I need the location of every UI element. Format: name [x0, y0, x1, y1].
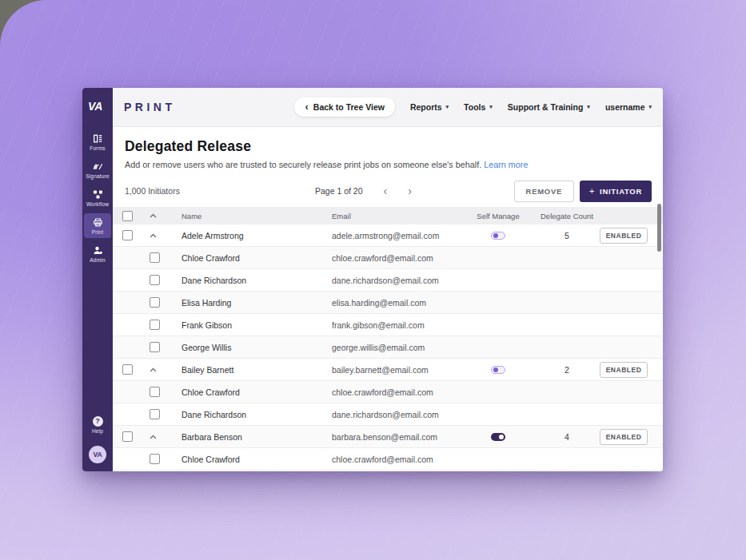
next-page-button[interactable]: ›: [405, 185, 415, 197]
sidebar-item-admin[interactable]: Admin: [84, 241, 111, 266]
main-area: PRINT ‹ Back to Tree View Reports▾Tools▾…: [113, 88, 663, 471]
help-icon: ?: [93, 416, 103, 427]
row-email: adele.armstrong@email.com: [332, 231, 439, 240]
sidebar-item-print[interactable]: Print: [84, 213, 111, 238]
row-checkbox[interactable]: [150, 252, 160, 263]
table-row: Chloe Crawfordchloe.crawford@email.com: [113, 247, 663, 269]
table-row: Bailey Barnettbailey.barnett@email.com2E…: [113, 359, 663, 381]
back-to-tree-view-button[interactable]: ‹ Back to Tree View: [294, 97, 394, 117]
table-row: Frank Gibsonfrank.gibson@email.com: [113, 314, 663, 336]
row-checkbox[interactable]: [150, 275, 160, 285]
toggle-knob: [493, 233, 498, 238]
column-header-delegate-count: Delegate Count: [530, 212, 604, 220]
row-email: george.willis@email.com: [332, 343, 425, 352]
va-logo: VA: [82, 88, 113, 125]
scrollbar-thumb[interactable]: [657, 204, 661, 252]
collapse-row-button[interactable]: [150, 435, 157, 439]
chevron-up-icon: [150, 367, 157, 372]
status-button[interactable]: ENABLED: [600, 362, 648, 378]
menu-username[interactable]: username▾: [605, 102, 652, 112]
caret-down-icon: ▾: [489, 104, 493, 110]
sidebar-item-forms[interactable]: Forms: [84, 129, 111, 154]
row-name: Chloe Crawford: [182, 253, 240, 263]
row-checkbox[interactable]: [150, 387, 160, 397]
previous-page-button[interactable]: ‹: [381, 185, 391, 197]
collapse-all-button[interactable]: [150, 213, 157, 218]
row-checkbox[interactable]: [122, 230, 133, 240]
menu-tools[interactable]: Tools▾: [464, 102, 493, 112]
sidebar-item-signature[interactable]: Signature: [84, 157, 111, 182]
row-checkbox[interactable]: [150, 297, 160, 308]
admin-icon: [84, 245, 111, 256]
row-checkbox[interactable]: [150, 320, 160, 330]
delegate-count: 5: [564, 231, 569, 240]
row-checkbox[interactable]: [150, 454, 160, 464]
self-manage-toggle[interactable]: [491, 433, 505, 441]
forms-icon: [84, 133, 111, 144]
toolbar: 1,000 Initiators Page 1 of 20 ‹ › REMOVE…: [125, 181, 652, 201]
row-checkbox[interactable]: [150, 342, 160, 352]
toolbar-actions: REMOVE + INITIATOR: [514, 181, 652, 202]
app-window: VA FormsSignatureWorkflowPrintAdmin ? He…: [82, 88, 663, 471]
table-row: Dane Richardsondane.richardson@email.com: [113, 269, 663, 292]
caret-down-icon: ▾: [587, 104, 590, 110]
select-all-checkbox[interactable]: [122, 211, 133, 221]
page-title: Delegated Release: [125, 138, 651, 155]
page-content: Delegated Release Add or remove users wh…: [113, 127, 663, 471]
row-email: barbara.benson@email.com: [332, 432, 437, 442]
add-initiator-button[interactable]: + INITIATOR: [580, 181, 652, 202]
row-email: dane.richardson@email.com: [332, 410, 439, 419]
sidebar-item-label: Workflow: [84, 201, 111, 207]
signature-icon: [84, 161, 111, 172]
initiator-count: 1,000 Initiators: [125, 186, 180, 196]
row-name: Dane Richardson: [182, 276, 246, 285]
self-manage-toggle[interactable]: [491, 232, 505, 240]
chevron-left-icon: ‹: [305, 104, 308, 110]
table-row: Dane Richardsondane.richardson@email.com: [113, 471, 663, 471]
top-bar: PRINT ‹ Back to Tree View Reports▾Tools▾…: [113, 88, 663, 127]
status-button[interactable]: ENABLED: [600, 228, 648, 244]
chevron-up-icon: [150, 233, 157, 238]
row-name: Chloe Crawford: [182, 387, 240, 397]
sidebar-item-workflow[interactable]: Workflow: [84, 185, 111, 210]
row-email: bailey.barnett@email.com: [332, 365, 429, 375]
column-header-self-manage: Self Manage: [466, 212, 530, 220]
row-email: chloe.crawford@email.com: [332, 387, 433, 397]
table-header: Name Email Self Manage Delegate Count: [113, 207, 663, 224]
status-button[interactable]: ENABLED: [600, 429, 648, 445]
add-button-label: INITIATOR: [600, 187, 642, 196]
menu-label: Reports: [410, 102, 442, 112]
menu-label: Tools: [464, 102, 485, 112]
self-manage-toggle[interactable]: [491, 366, 505, 374]
remove-button[interactable]: REMOVE: [514, 181, 574, 202]
sidebar-nav: FormsSignatureWorkflowPrintAdmin: [82, 128, 113, 268]
sidebar-item-help[interactable]: ? Help: [84, 412, 111, 437]
table-row: Elisa Hardingelisa.harding@email.com: [113, 292, 663, 314]
top-nav: ‹ Back to Tree View Reports▾Tools▾Suppor…: [294, 97, 652, 117]
menu-reports[interactable]: Reports▾: [410, 102, 449, 112]
page-indicator: Page 1 of 20: [315, 186, 363, 196]
plus-icon: +: [589, 188, 595, 194]
menu-label: username: [605, 102, 645, 112]
learn-more-link[interactable]: Learn more: [484, 160, 528, 169]
row-checkbox[interactable]: [122, 431, 133, 442]
avatar[interactable]: VA: [89, 446, 106, 463]
chevron-up-icon: [150, 435, 157, 439]
collapse-row-button[interactable]: [150, 367, 157, 372]
sidebar-item-label: Help: [84, 428, 111, 434]
row-name: Chloe Crawford: [182, 455, 240, 464]
description-text: Add or remove users who are trusted to s…: [125, 160, 481, 169]
back-button-label: Back to Tree View: [313, 102, 385, 112]
table-row: Adele Armstrongadele.armstrong@email.com…: [113, 224, 663, 247]
table-row: George Willisgeorge.willis@email.com: [113, 336, 663, 359]
caret-down-icon: ▾: [446, 104, 449, 110]
sidebar-item-label: Admin: [84, 257, 111, 263]
column-header-name: Name: [172, 212, 332, 220]
print-icon: [84, 217, 111, 228]
row-checkbox[interactable]: [150, 409, 160, 419]
row-checkbox[interactable]: [122, 364, 133, 375]
menu-group: Reports▾Tools▾Support & Training▾usernam…: [410, 102, 652, 112]
sidebar-item-label: Forms: [84, 145, 111, 151]
menu-support-training[interactable]: Support & Training▾: [508, 102, 590, 112]
collapse-row-button[interactable]: [150, 233, 157, 238]
